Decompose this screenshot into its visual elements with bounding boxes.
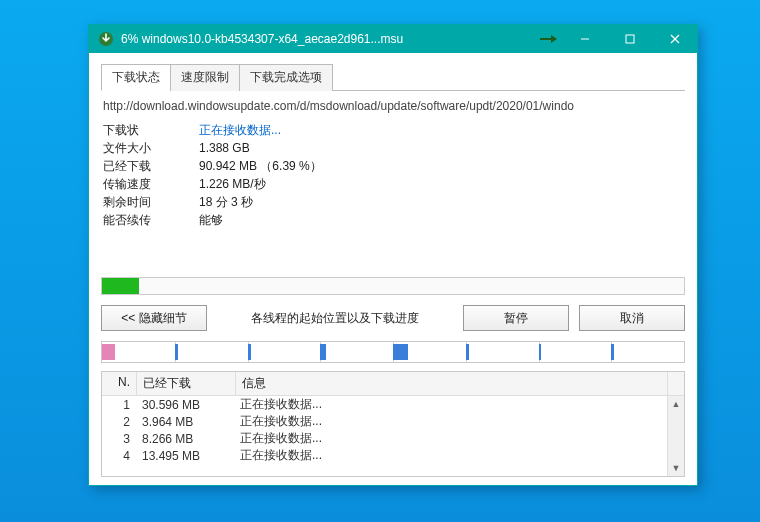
progress-bar bbox=[101, 277, 685, 295]
progress-fill bbox=[102, 278, 139, 294]
cancel-button[interactable]: 取消 bbox=[579, 305, 685, 331]
segment bbox=[611, 344, 614, 360]
col-info: 信息 bbox=[236, 372, 668, 395]
segment bbox=[539, 344, 542, 360]
status-value: 正在接收数据... bbox=[199, 121, 281, 139]
thread-table: N. 已经下载 信息 130.596 MB正在接收数据...23.964 MB正… bbox=[101, 371, 685, 477]
scroll-up-icon[interactable]: ▲ bbox=[668, 396, 684, 412]
app-icon bbox=[97, 30, 115, 48]
scroll-down-icon[interactable]: ▼ bbox=[668, 460, 684, 476]
hide-details-button[interactable]: << 隐藏细节 bbox=[101, 305, 207, 331]
threads-caption: 各线程的起始位置以及下载进度 bbox=[207, 310, 463, 327]
cell-n: 1 bbox=[102, 397, 136, 413]
tab-status[interactable]: 下载状态 bbox=[101, 64, 171, 91]
download-url: http://download.windowsupdate.com/d/msdo… bbox=[101, 97, 685, 119]
cell-n: 2 bbox=[102, 414, 136, 430]
tab-speed-limit[interactable]: 速度限制 bbox=[170, 64, 240, 91]
client-area: 下载状态 速度限制 下载完成选项 http://download.windows… bbox=[89, 53, 697, 485]
table-row[interactable]: 38.266 MB正在接收数据... bbox=[102, 430, 667, 447]
info-block: 下载状正在接收数据... 文件大小1.388 GB 已经下载90.942 MB … bbox=[101, 119, 685, 233]
segment bbox=[102, 344, 115, 360]
col-downloaded: 已经下载 bbox=[137, 372, 236, 395]
tab-completion[interactable]: 下载完成选项 bbox=[239, 64, 333, 91]
cell-downloaded: 30.596 MB bbox=[136, 397, 234, 413]
button-row: << 隐藏细节 各线程的起始位置以及下载进度 暂停 取消 bbox=[101, 305, 685, 331]
table-row[interactable]: 413.495 MB正在接收数据... bbox=[102, 447, 667, 464]
desktop: 6% windows10.0-kb4534307-x64_aecae2d961.… bbox=[0, 0, 760, 522]
cell-n: 4 bbox=[102, 448, 136, 464]
speed-label: 传输速度 bbox=[103, 175, 199, 193]
close-button[interactable] bbox=[652, 25, 697, 53]
segment bbox=[466, 344, 469, 360]
remaining-value: 18 分 3 秒 bbox=[199, 193, 253, 211]
resume-value: 能够 bbox=[199, 211, 223, 229]
speed-value: 1.226 MB/秒 bbox=[199, 175, 266, 193]
cell-downloaded: 13.495 MB bbox=[136, 448, 234, 464]
segment bbox=[175, 344, 178, 360]
thread-header: N. 已经下载 信息 bbox=[102, 372, 684, 396]
segment bbox=[393, 344, 408, 360]
minimize-button[interactable] bbox=[562, 25, 607, 53]
table-row[interactable]: 130.596 MB正在接收数据... bbox=[102, 396, 667, 413]
cell-downloaded: 8.266 MB bbox=[136, 431, 234, 447]
col-scroll-spacer bbox=[668, 372, 684, 395]
size-value: 1.388 GB bbox=[199, 139, 250, 157]
scrollbar[interactable]: ▲ ▼ bbox=[667, 396, 684, 476]
downloaded-value: 90.942 MB （6.39 %） bbox=[199, 157, 322, 175]
arrow-icon bbox=[534, 25, 562, 53]
cell-info: 正在接收数据... bbox=[234, 446, 667, 465]
col-n: N. bbox=[102, 372, 137, 395]
svg-rect-4 bbox=[626, 35, 634, 43]
titlebar[interactable]: 6% windows10.0-kb4534307-x64_aecae2d961.… bbox=[89, 25, 697, 53]
segment bbox=[248, 344, 251, 360]
remaining-label: 剩余时间 bbox=[103, 193, 199, 211]
segment bbox=[320, 344, 326, 360]
table-row[interactable]: 23.964 MB正在接收数据... bbox=[102, 413, 667, 430]
scroll-track[interactable] bbox=[668, 412, 684, 460]
cell-n: 3 bbox=[102, 431, 136, 447]
svg-marker-2 bbox=[551, 35, 557, 43]
pause-button[interactable]: 暂停 bbox=[463, 305, 569, 331]
cell-downloaded: 3.964 MB bbox=[136, 414, 234, 430]
download-dialog: 6% windows10.0-kb4534307-x64_aecae2d961.… bbox=[88, 24, 698, 486]
maximize-button[interactable] bbox=[607, 25, 652, 53]
tab-strip: 下载状态 速度限制 下载完成选项 bbox=[101, 63, 685, 91]
resume-label: 能否续传 bbox=[103, 211, 199, 229]
status-label: 下载状 bbox=[103, 121, 199, 139]
thread-rows: 130.596 MB正在接收数据...23.964 MB正在接收数据...38.… bbox=[102, 396, 667, 476]
window-title: 6% windows10.0-kb4534307-x64_aecae2d961.… bbox=[121, 32, 534, 46]
segment-bar bbox=[101, 341, 685, 363]
size-label: 文件大小 bbox=[103, 139, 199, 157]
downloaded-label: 已经下载 bbox=[103, 157, 199, 175]
